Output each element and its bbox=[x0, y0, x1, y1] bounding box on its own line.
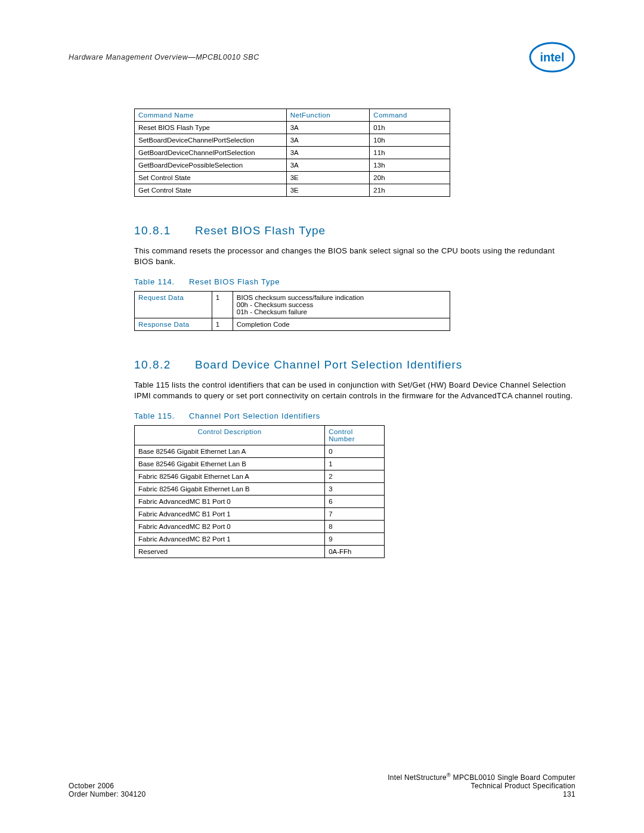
footer-order: Order Number: 304120 bbox=[69, 790, 145, 798]
section-number: 10.8.2 bbox=[69, 358, 195, 371]
caption-number: Table 115. bbox=[134, 411, 189, 420]
table-row: Get Control State3E21h bbox=[135, 184, 450, 197]
channel-port-table: Control Description Control Number Base … bbox=[134, 425, 385, 558]
table-row: Request Data 1 BIOS checksum success/fai… bbox=[135, 292, 450, 318]
intel-logo-icon: intel bbox=[529, 42, 575, 73]
header-text: Hardware Management Overview—MPCBL0010 S… bbox=[69, 53, 259, 61]
reset-bios-table: Request Data 1 BIOS checksum success/fai… bbox=[134, 291, 450, 331]
caption-title: Channel Port Selection Identifiers bbox=[189, 411, 320, 420]
section-title: Board Device Channel Port Selection Iden… bbox=[195, 358, 462, 371]
commands-table: Command Name NetFunction Command Reset B… bbox=[134, 109, 450, 197]
table-row: Fabric AdvancedMC B2 Port 08 bbox=[135, 521, 385, 533]
table-row: Base 82546 Gigabit Ethernet Lan B1 bbox=[135, 458, 385, 470]
table-row: Reserved0A-FFh bbox=[135, 546, 385, 558]
table-caption: Table 115.Channel Port Selection Identif… bbox=[69, 411, 575, 420]
table-row: Fabric 82546 Gigabit Ethernet Lan B3 bbox=[135, 483, 385, 496]
table-header: Control Description bbox=[135, 426, 325, 445]
table-header: Control Number bbox=[325, 426, 385, 445]
registered-icon: ® bbox=[447, 772, 451, 778]
footer-spec: Technical Product Specification bbox=[471, 782, 575, 790]
caption-title: Reset BIOS Flash Type bbox=[189, 277, 280, 286]
section-number: 10.8.1 bbox=[69, 224, 195, 237]
footer-page: 131 bbox=[563, 790, 575, 798]
table-row: Fabric AdvancedMC B1 Port 17 bbox=[135, 508, 385, 521]
table-caption: Table 114.Reset BIOS Flash Type bbox=[69, 277, 575, 286]
table-row: Fabric AdvancedMC B2 Port 19 bbox=[135, 533, 385, 546]
footer-product: Intel NetStructure® MPCBL0010 Single Boa… bbox=[69, 772, 575, 782]
table-header: NetFunction bbox=[286, 109, 370, 122]
table-row: Base 82546 Gigabit Ethernet Lan A0 bbox=[135, 445, 385, 458]
footer-date: October 2006 bbox=[69, 782, 114, 790]
section-heading: 10.8.1Reset BIOS Flash Type bbox=[69, 224, 575, 237]
page-footer: Intel NetStructure® MPCBL0010 Single Boa… bbox=[69, 772, 575, 798]
table-row: GetBoardDevicePossibleSelection3A13h bbox=[135, 159, 450, 172]
cell-multiline: BIOS checksum success/failure indication… bbox=[233, 292, 450, 318]
table-row: Set Control State3E20h bbox=[135, 172, 450, 184]
table-row: Fabric 82546 Gigabit Ethernet Lan A2 bbox=[135, 470, 385, 483]
section-title: Reset BIOS Flash Type bbox=[195, 224, 326, 237]
table-row: Reset BIOS Flash Type3A01h bbox=[135, 122, 450, 134]
table-row: SetBoardDeviceChannelPortSelection3A10h bbox=[135, 134, 450, 147]
caption-number: Table 114. bbox=[134, 277, 189, 286]
svg-text:intel: intel bbox=[540, 51, 564, 64]
page-header: Hardware Management Overview—MPCBL0010 S… bbox=[69, 42, 575, 73]
table-row: GetBoardDeviceChannelPortSelection3A11h bbox=[135, 147, 450, 159]
section-heading: 10.8.2Board Device Channel Port Selectio… bbox=[69, 358, 575, 371]
table-header: Command bbox=[370, 109, 450, 122]
table-header: Command Name bbox=[135, 109, 287, 122]
paragraph: This command resets the processor and ch… bbox=[134, 246, 575, 267]
table-row: Fabric AdvancedMC B1 Port 06 bbox=[135, 496, 385, 508]
table-row: Response Data 1 Completion Code bbox=[135, 318, 450, 331]
paragraph: Table 115 lists the control identifiers … bbox=[134, 380, 575, 401]
